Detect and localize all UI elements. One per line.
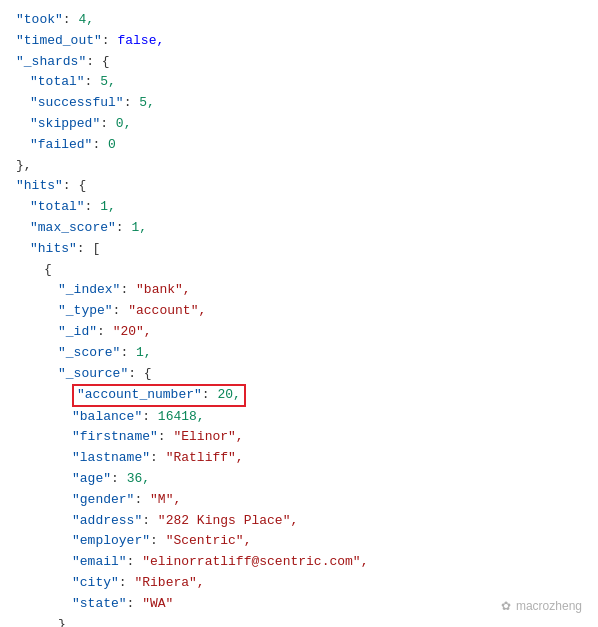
code-line: "employer": "Scentric", xyxy=(16,531,582,552)
code-line: "city": "Ribera", xyxy=(16,573,582,594)
code-line: "balance": 16418, xyxy=(16,407,582,428)
code-line: "skipped": 0, xyxy=(16,114,582,135)
code-line: "_index": "bank", xyxy=(16,280,582,301)
code-line: "_shards": { xyxy=(16,52,582,73)
watermark-icon: ✿ xyxy=(501,599,511,613)
code-line: "_id": "20", xyxy=(16,322,582,343)
code-line: "gender": "M", xyxy=(16,490,582,511)
code-line: "age": 36, xyxy=(16,469,582,490)
watermark: ✿ macrozheng xyxy=(501,599,582,613)
code-line: "_score": 1, xyxy=(16,343,582,364)
code-line: }, xyxy=(16,156,582,177)
code-line: "max_score": 1, xyxy=(16,218,582,239)
code-content: "took": 4,"timed_out": false,"_shards": … xyxy=(16,10,582,627)
code-line: "email": "elinorratliff@scentric.com", xyxy=(16,552,582,573)
code-line: "total": 1, xyxy=(16,197,582,218)
code-line: "timed_out": false, xyxy=(16,31,582,52)
code-line: "_type": "account", xyxy=(16,301,582,322)
code-line: "state": "WA" xyxy=(16,594,582,615)
code-line: } xyxy=(16,615,582,628)
watermark-text: macrozheng xyxy=(516,599,582,613)
code-line: { xyxy=(16,260,582,281)
code-line: "lastname": "Ratliff", xyxy=(16,448,582,469)
code-line: "_source": { xyxy=(16,364,582,385)
code-line: "account_number": 20, xyxy=(16,384,582,406)
code-viewer: "took": 4,"timed_out": false,"_shards": … xyxy=(0,0,598,627)
code-line: "successful": 5, xyxy=(16,93,582,114)
code-line: "address": "282 Kings Place", xyxy=(16,511,582,532)
code-line: "total": 5, xyxy=(16,72,582,93)
code-line: "hits": { xyxy=(16,176,582,197)
code-line: "failed": 0 xyxy=(16,135,582,156)
code-line: "hits": [ xyxy=(16,239,582,260)
code-line: "firstname": "Elinor", xyxy=(16,427,582,448)
code-line: "took": 4, xyxy=(16,10,582,31)
